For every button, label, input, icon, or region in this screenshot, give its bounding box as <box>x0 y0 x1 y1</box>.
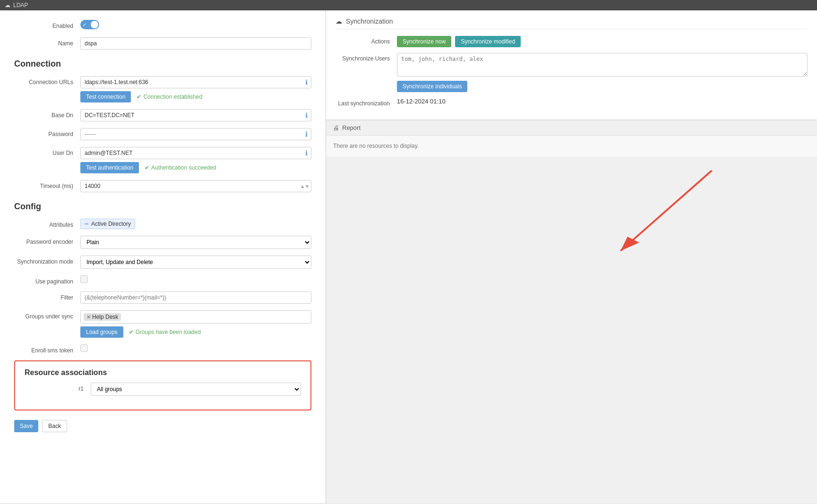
sync-section-title: Synchronization <box>346 17 393 25</box>
sync-cloud-icon: ☁ <box>335 17 342 25</box>
filter-control <box>80 291 311 304</box>
name-row: Name <box>14 37 311 50</box>
name-input[interactable] <box>80 37 311 50</box>
test-auth-row: Test authentication ✔ Authentication suc… <box>80 162 311 173</box>
config-title: Config <box>14 202 311 212</box>
connection-urls-control: ℹ Test connection ✔ Connection establish… <box>80 76 311 103</box>
sync-modified-button[interactable]: Synchronize modified <box>455 36 521 47</box>
report-section: 🖨 Report There are no resources to displ… <box>326 120 817 156</box>
right-panel: ☁ Synchronization Actions Synchronize no… <box>326 10 817 503</box>
password-encoder-row: Password encoder Plain <box>14 236 311 249</box>
resource-associations-box: Resource associations r1 All groups <box>14 360 311 410</box>
enabled-label: Enabled <box>14 20 80 29</box>
actions-label: Actions <box>335 36 397 45</box>
sync-individuals-button[interactable]: Synchronize individuals <box>397 81 467 92</box>
base-dn-input[interactable] <box>80 109 311 121</box>
test-auth-button[interactable]: Test authentication <box>80 162 139 173</box>
groups-sync-label: Groups under sync <box>14 310 80 320</box>
auth-status-text: Authentication succeeded <box>151 164 216 171</box>
user-dn-label: User Dn <box>14 147 80 156</box>
edit-icon: ✏ <box>85 221 89 227</box>
sync-section: ☁ Synchronization Actions Synchronize no… <box>326 10 817 120</box>
back-button[interactable]: Back <box>42 420 67 432</box>
group-tag-label: Help Desk <box>92 314 118 320</box>
base-dn-input-wrap: ℹ <box>80 109 311 121</box>
password-label: Password <box>14 128 80 137</box>
attributes-label: Attributes <box>14 219 80 228</box>
groups-tag-input[interactable]: ✕ Help Desk <box>80 310 311 324</box>
connection-status-text: Connection established <box>143 94 202 100</box>
r1-row: r1 All groups <box>25 383 301 396</box>
user-dn-control: ℹ Test authentication ✔ Authentication s… <box>80 147 311 173</box>
sync-mode-row: Synchronization mode Import, Update and … <box>14 256 311 269</box>
last-sync-label: Last synchronization <box>335 98 397 107</box>
auth-status: ✔ Authentication succeeded <box>145 164 216 171</box>
connection-urls-input[interactable] <box>80 76 311 88</box>
test-connection-button[interactable]: Test connection <box>80 91 131 103</box>
enroll-sms-checkbox[interactable] <box>80 344 88 352</box>
filter-input[interactable] <box>80 291 311 304</box>
connection-urls-info-icon[interactable]: ℹ <box>305 78 308 86</box>
base-dn-row: Base Dn ℹ <box>14 109 311 121</box>
report-empty-text: There are no resources to display. <box>333 143 419 149</box>
sync-section-header: ☁ Synchronization <box>335 17 808 29</box>
pagination-row: Use pagination <box>14 275 311 285</box>
pagination-checkbox[interactable] <box>80 275 88 283</box>
filter-label: Filter <box>14 291 80 301</box>
timeout-input-wrap: ▲▼ <box>80 180 311 192</box>
report-title: Report <box>342 124 361 131</box>
connection-title: Connection <box>14 59 311 69</box>
password-encoder-control: Plain <box>80 236 311 249</box>
pagination-control <box>80 275 311 284</box>
password-input[interactable] <box>80 128 311 140</box>
last-sync-value: 16-12-2024 01:10 <box>397 98 808 105</box>
name-label: Name <box>14 37 80 47</box>
r1-select[interactable]: All groups <box>91 383 301 396</box>
enabled-toggle[interactable]: ✓ <box>80 20 99 29</box>
timeout-input[interactable] <box>80 180 311 192</box>
group-tag-helpdesk: ✕ Help Desk <box>84 313 121 321</box>
load-groups-button[interactable]: Load groups <box>80 326 123 338</box>
footer-buttons: Save Back <box>14 420 311 432</box>
password-info-icon[interactable]: ℹ <box>305 130 308 138</box>
name-control <box>80 37 311 50</box>
sync-users-control: Synchronize individuals <box>397 53 808 92</box>
user-dn-input[interactable] <box>80 147 311 159</box>
resource-title: Resource associations <box>25 368 301 377</box>
actions-row: Actions Synchronize now Synchronize modi… <box>335 36 808 47</box>
report-print-icon: 🖨 <box>333 124 339 131</box>
main-layout: Enabled ✓ Name Connection Connection URL… <box>0 10 817 503</box>
report-header: 🖨 Report <box>326 120 817 136</box>
auth-status-icon: ✔ <box>145 164 149 171</box>
password-encoder-select[interactable]: Plain <box>80 236 311 249</box>
timeout-label: Timeout (ms) <box>14 180 80 189</box>
user-dn-row: User Dn ℹ Test authentication ✔ Authenti… <box>14 147 311 173</box>
tag-remove-icon[interactable]: ✕ <box>86 314 91 320</box>
user-dn-input-wrap: ℹ <box>80 147 311 159</box>
enroll-sms-row: Enroll sms token <box>14 344 311 354</box>
base-dn-control: ℹ <box>80 109 311 121</box>
timeout-arrows-icon[interactable]: ▲▼ <box>300 184 310 189</box>
connection-status-icon: ✔ <box>137 94 141 100</box>
sync-users-label: Synchronize Users <box>335 53 397 62</box>
password-row: Password ℹ <box>14 128 311 140</box>
attributes-row: Attributes ✏ Active Directory <box>14 219 311 229</box>
user-dn-info-icon[interactable]: ℹ <box>305 149 308 157</box>
load-groups-row: Load groups ✔ Groups have been loaded <box>80 326 311 338</box>
connection-urls-label: Connection URLs <box>14 76 80 85</box>
sync-now-button[interactable]: Synchronize now <box>397 36 451 47</box>
timeout-control: ▲▼ <box>80 180 311 192</box>
sync-users-textarea[interactable] <box>397 53 808 77</box>
r1-label: r1 <box>25 383 91 392</box>
app-header: ☁ LDAP <box>0 0 817 10</box>
enabled-control: ✓ <box>80 20 311 31</box>
enroll-sms-control <box>80 344 311 353</box>
save-button[interactable]: Save <box>14 420 38 432</box>
sync-mode-select[interactable]: Import, Update and Delete <box>80 256 311 269</box>
attributes-badge[interactable]: ✏ Active Directory <box>80 219 135 229</box>
attributes-value: Active Directory <box>91 221 131 227</box>
attributes-control: ✏ Active Directory <box>80 219 311 229</box>
r1-control: All groups <box>91 383 301 396</box>
base-dn-info-icon[interactable]: ℹ <box>305 111 308 119</box>
connection-urls-input-wrap: ℹ <box>80 76 311 88</box>
